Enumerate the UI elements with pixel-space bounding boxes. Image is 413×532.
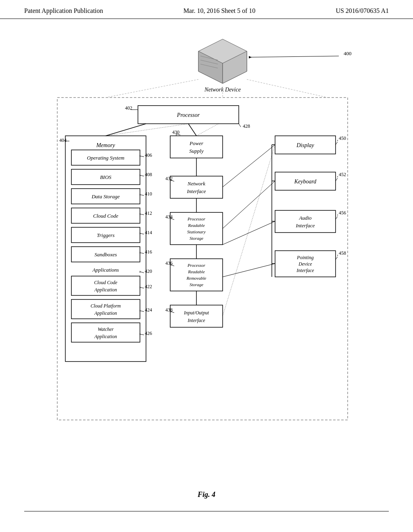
ref-408: 408 [145, 172, 152, 177]
svg-rect-58 [170, 305, 223, 327]
network-device-icon [198, 39, 247, 83]
applications-label: Applications [92, 267, 119, 273]
data-storage-label: Data Storage [91, 193, 120, 200]
ref-458: 458 [339, 250, 346, 256]
diagram-area: Network Device 400 Processor 402 428 Mem… [0, 19, 413, 478]
fig-4-label: Fig. 4 [198, 490, 215, 499]
watcher-app-label-2: Application [94, 334, 117, 339]
ref-400: 400 [344, 50, 352, 56]
proc-stat-label-4: Storage [190, 236, 203, 241]
svg-line-82 [223, 181, 275, 229]
ref-428: 428 [243, 123, 250, 129]
ref-420: 420 [145, 268, 152, 274]
ref-424: 424 [145, 307, 152, 313]
proc-stat-label-2: Readable [188, 223, 205, 228]
memory-label: Memory [96, 142, 115, 148]
bios-label: BIOS [100, 174, 112, 180]
processor-label: Processor [177, 112, 200, 118]
svg-line-74 [188, 124, 196, 136]
ref-402: 402 [125, 105, 132, 111]
audio-interface-label-2: Interface [296, 222, 315, 229]
ref-452: 452 [339, 172, 346, 177]
ref-406: 406 [145, 152, 152, 158]
svg-line-81 [223, 145, 275, 316]
ref-430: 430 [172, 129, 179, 135]
io-interface-label-1: Input/Output [184, 310, 209, 316]
network-interface-label-1: Network [187, 181, 205, 187]
cloud-platform-app-label-1: Cloud Platform [90, 303, 121, 309]
cloud-code-app-label-1: Cloud Code [94, 280, 117, 285]
pointing-device-label-2: Device [298, 261, 312, 267]
network-interface-label-2: Interface [187, 188, 206, 194]
proc-rem-label-2: Readable [188, 269, 205, 274]
svg-line-9 [106, 79, 198, 98]
ref-410: 410 [145, 191, 152, 197]
cloud-code-label: Cloud Code [93, 213, 119, 219]
figure-caption: Fig. 4 [0, 490, 413, 499]
pointing-device-label-3: Interface [296, 268, 314, 273]
ref-404: 404 [59, 137, 67, 143]
header-left: Patent Application Publication [24, 7, 103, 15]
svg-rect-67 [275, 210, 336, 233]
header-right: US 2016/070635 A1 [336, 7, 389, 15]
proc-rem-label-1: Processor [187, 263, 206, 268]
watcher-app-label-1: Watcher [98, 326, 114, 332]
sandboxes-label: Sandboxes [94, 251, 117, 258]
os-label: Operating System [87, 155, 125, 161]
display-label: Display [296, 142, 314, 148]
svg-rect-46 [170, 136, 223, 158]
svg-marker-7 [249, 56, 252, 58]
svg-line-6 [249, 56, 339, 57]
ref-426: 426 [145, 330, 152, 336]
patent-diagram: Network Device 400 Processor 402 428 Mem… [25, 27, 388, 470]
proc-stat-label-1: Processor [187, 216, 206, 221]
power-supply-label-2: Supply [189, 148, 204, 154]
svg-line-80 [223, 145, 275, 187]
header-center: Mar. 10, 2016 Sheet 5 of 10 [184, 7, 256, 15]
cloud-platform-app-label-2: Application [94, 310, 117, 316]
bottom-border [24, 511, 389, 511]
proc-rem-label-4: Storage [190, 282, 203, 287]
svg-line-84 [223, 264, 275, 277]
svg-line-73 [106, 124, 146, 136]
proc-rem-label-3: Removable [186, 276, 206, 281]
svg-line-10 [247, 79, 327, 98]
keyboard-label: Keyboard [294, 179, 317, 185]
triggers-label: Triggers [97, 232, 115, 238]
ref-450: 450 [339, 135, 346, 141]
ref-414: 414 [145, 230, 152, 235]
svg-line-14 [239, 124, 241, 127]
svg-line-75 [196, 124, 219, 136]
ref-422: 422 [145, 284, 152, 289]
ref-412: 412 [145, 210, 152, 216]
cloud-code-app-label-2: Application [94, 287, 117, 293]
page-header: Patent Application Publication Mar. 10, … [0, 0, 413, 19]
io-interface-label-2: Interface [187, 318, 205, 323]
pointing-device-label-1: Pointing [296, 255, 313, 260]
power-supply-label-1: Power [189, 140, 204, 146]
ref-416: 416 [145, 249, 152, 255]
svg-line-83 [223, 221, 275, 245]
proc-stat-label-3: Stationary [187, 229, 206, 234]
ref-456: 456 [339, 210, 346, 216]
audio-interface-label-1: Audio [298, 215, 312, 221]
svg-rect-49 [170, 176, 223, 198]
